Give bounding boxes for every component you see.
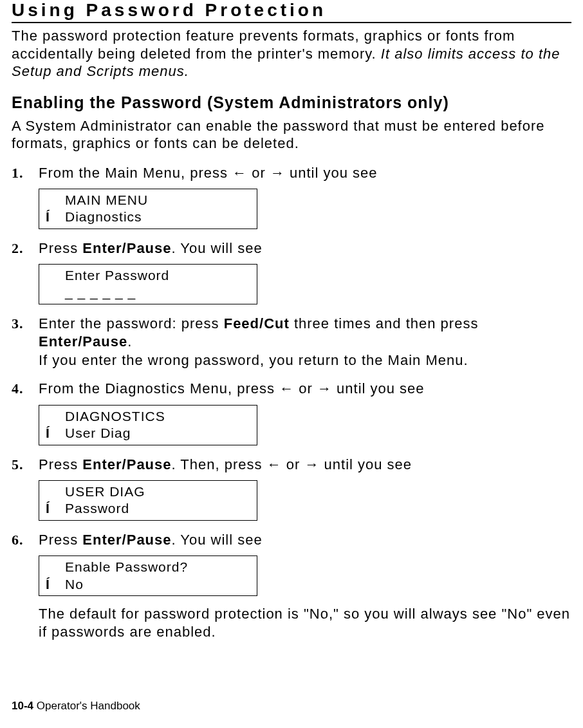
lcd-line2: User Diag bbox=[65, 425, 250, 442]
lcd-line1: Enter Password bbox=[65, 267, 250, 284]
lcd-display-5: USER DIAG Í Password bbox=[39, 480, 257, 521]
admin-paragraph: A System Administrator can enable the pa… bbox=[12, 117, 571, 153]
lcd-row: _ _ _ _ _ _ bbox=[46, 284, 250, 301]
page-root: Using Password Protection The password p… bbox=[0, 0, 583, 728]
lcd-display-1: MAIN MENU Í Diagnostics bbox=[39, 189, 257, 229]
step-1-post: until you see bbox=[285, 165, 378, 181]
page-footer: 10-4 Operator's Handbook bbox=[12, 700, 140, 713]
step-2-bold: Enter/Pause bbox=[82, 240, 171, 256]
intro-paragraph: The password protection feature prevents… bbox=[12, 27, 571, 80]
step-2-post: . You will see bbox=[172, 240, 263, 256]
lcd-row: Í No bbox=[46, 576, 250, 593]
step-3-mid1: three times and then press bbox=[290, 315, 479, 331]
lcd-left-arrow-icon: Í bbox=[46, 500, 65, 517]
lcd-line1: DIAGNOSTICS bbox=[65, 408, 250, 425]
step-5-mid1: . Then, press bbox=[172, 456, 267, 472]
lcd-row: DIAGNOSTICS bbox=[46, 408, 250, 425]
step-5: Press Enter/Pause. Then, press ← or → un… bbox=[12, 456, 571, 521]
lcd-display-6: Enable Password? Í No bbox=[39, 555, 257, 596]
arrow-right-icon: → bbox=[270, 165, 285, 181]
steps-list: From the Main Menu, press ← or → until y… bbox=[12, 164, 571, 642]
step-1-pre: From the Main Menu, press bbox=[39, 165, 232, 181]
step-4: From the Diagnostics Menu, press ← or → … bbox=[12, 380, 571, 445]
step-4-mid: or bbox=[294, 380, 317, 397]
footer-label: Operator's Handbook bbox=[33, 700, 140, 712]
step-5-text: Press Enter/Pause. Then, press ← or → un… bbox=[39, 456, 571, 474]
lcd-row: Enable Password? bbox=[46, 559, 250, 575]
lcd-row: MAIN MENU bbox=[46, 192, 250, 209]
lcd-line1: Enable Password? bbox=[65, 559, 250, 575]
lcd-left-arrow-icon: Í bbox=[46, 425, 65, 442]
lcd-row: Í Password bbox=[46, 500, 250, 517]
step-1-mid: or bbox=[247, 165, 270, 181]
lcd-display-4: DIAGNOSTICS Í User Diag bbox=[39, 405, 257, 445]
lcd-left-arrow-icon: Í bbox=[46, 576, 65, 593]
lcd-line1: USER DIAG bbox=[65, 483, 250, 500]
step-3-line2: If you enter the wrong password, you ret… bbox=[39, 351, 571, 370]
arrow-left-icon: ← bbox=[267, 456, 282, 472]
arrow-right-icon: → bbox=[304, 456, 319, 472]
lcd-row: USER DIAG bbox=[46, 483, 250, 500]
step-4-pre: From the Diagnostics Menu, press bbox=[39, 380, 279, 397]
step-6-pre: Press bbox=[39, 532, 82, 548]
arrow-left-icon: ← bbox=[232, 165, 247, 181]
lcd-row: Enter Password bbox=[46, 267, 250, 284]
lcd-row: Í Diagnostics bbox=[46, 209, 250, 225]
step-5-pre: Press bbox=[39, 456, 82, 472]
lcd-line2: No bbox=[65, 576, 250, 593]
lcd-line1: MAIN MENU bbox=[65, 192, 250, 209]
step-5-bold: Enter/Pause bbox=[82, 456, 171, 472]
step-3-post1: . bbox=[127, 333, 132, 350]
step-5-post: until you see bbox=[319, 456, 412, 472]
lcd-display-2: Enter Password _ _ _ _ _ _ bbox=[39, 264, 257, 304]
step-2-text: Press Enter/Pause. You will see bbox=[39, 239, 571, 258]
page-number: 10-4 bbox=[12, 700, 33, 712]
lcd-line2: Password bbox=[65, 500, 250, 517]
step-2: Press Enter/Pause. You will see Enter Pa… bbox=[12, 239, 571, 304]
section-title: Using Password Protection bbox=[12, 0, 571, 23]
step-2-pre: Press bbox=[39, 240, 82, 256]
step-3-pre: Enter the password: press bbox=[39, 315, 224, 331]
arrow-right-icon: → bbox=[317, 380, 332, 397]
step-3-bold1: Feed/Cut bbox=[224, 315, 290, 331]
step-6-note: The default for password protection is "… bbox=[39, 605, 571, 642]
step-4-post: until you see bbox=[332, 380, 425, 397]
step-1: From the Main Menu, press ← or → until y… bbox=[12, 164, 571, 229]
step-6-bold: Enter/Pause bbox=[82, 532, 171, 548]
step-3-text: Enter the password: press Feed/Cut three… bbox=[39, 315, 571, 351]
step-5-mid2: or bbox=[282, 456, 305, 472]
step-3: Enter the password: press Feed/Cut three… bbox=[12, 315, 571, 370]
lcd-left-arrow-icon: Í bbox=[46, 209, 65, 225]
lcd-line2: Diagnostics bbox=[65, 209, 250, 225]
lcd-row: Í User Diag bbox=[46, 425, 250, 442]
lcd-line2: _ _ _ _ _ _ bbox=[65, 284, 250, 301]
step-6: Press Enter/Pause. You will see Enable P… bbox=[12, 531, 571, 642]
step-4-text: From the Diagnostics Menu, press ← or → … bbox=[39, 380, 571, 398]
arrow-left-icon: ← bbox=[279, 380, 294, 397]
step-1-text: From the Main Menu, press ← or → until y… bbox=[39, 164, 571, 183]
step-6-post: . You will see bbox=[172, 532, 263, 548]
step-3-bold2: Enter/Pause bbox=[39, 333, 127, 350]
subsection-title: Enabling the Password (System Administra… bbox=[12, 93, 571, 112]
step-6-text: Press Enter/Pause. You will see bbox=[39, 531, 571, 550]
